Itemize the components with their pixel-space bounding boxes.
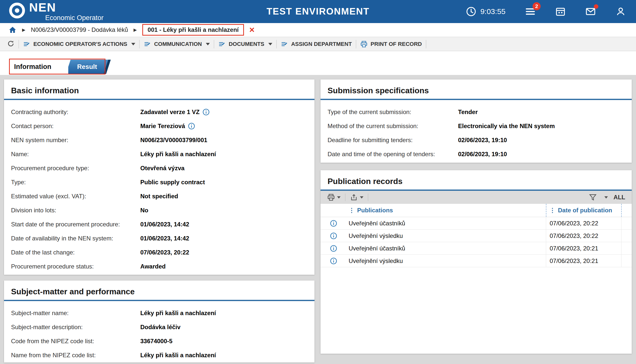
field-label: Subject-matter name: [11, 310, 140, 317]
field-value: Otevřená výzva [140, 165, 184, 172]
brand-name: NEN [29, 2, 104, 14]
chevron-down-icon [206, 43, 210, 45]
table-row[interactable]: Uveřejnění účastníků 07/06/2023, 20:21 [321, 242, 632, 255]
actions-list-icon [23, 40, 30, 48]
calendar-button[interactable] [555, 6, 566, 17]
table-row[interactable]: Uveřejnění účastníků 07/06/2023, 20:22 [321, 217, 632, 230]
printer-icon[interactable] [327, 193, 335, 201]
breadcrumb-separator-icon: ▶ [22, 27, 25, 33]
communication-button[interactable]: COMMUNICATION [144, 40, 210, 48]
info-icon[interactable] [330, 257, 337, 264]
info-row: Procurement procedure status: Awarded [11, 259, 307, 274]
date-cell: 07/06/2023, 20:21 [546, 255, 621, 267]
row-spacer [621, 242, 632, 254]
publication-cell: Uveřejnění účastníků [349, 245, 546, 252]
info-icon[interactable] [188, 123, 195, 130]
field-label: Start date of the procurement procedure: [11, 221, 140, 228]
chevron-down-icon[interactable] [337, 196, 341, 199]
app-header: NEN Economic Operator TEST ENVIRONMENT 9… [0, 0, 636, 23]
actions-list-icon [281, 40, 288, 48]
column-menu-icon[interactable]: ⋮ [349, 207, 355, 214]
column-header-label: Publications [357, 207, 393, 214]
chevron-down-icon[interactable] [604, 196, 608, 199]
field-label: NEN system number: [11, 137, 140, 144]
field-value: 07/06/2023, 20:22 [140, 249, 189, 256]
breadcrumb-item-current[interactable]: 001 - Léky při kašli a nachlazení [142, 24, 244, 36]
info-row: Contracting authority: Zadavatel verze 1… [11, 105, 307, 119]
printer-icon [360, 40, 368, 48]
profile-button[interactable] [615, 6, 626, 17]
chevron-down-icon [131, 43, 135, 45]
field-value: 01/06/2023, 14:42 [140, 235, 189, 242]
field-label: Type: [11, 179, 140, 186]
field-value: 02/06/2023, 19:10 [458, 151, 507, 158]
refresh-button[interactable] [7, 40, 15, 48]
field-label: Method of the current submission: [328, 123, 458, 130]
field-label: Contracting authority: [11, 109, 140, 116]
tab-result-label: Result [68, 60, 106, 74]
tab-result[interactable]: Result [66, 60, 108, 74]
table-row[interactable]: Uveřejnění výsledku 07/06/2023, 20:21 [321, 255, 632, 267]
field-label: Estimated value (excl. VAT): [11, 193, 140, 200]
info-icon[interactable] [330, 232, 337, 239]
info-icon[interactable] [330, 245, 337, 252]
filter-icon[interactable] [589, 193, 597, 201]
date-cell: 07/06/2023, 20:21 [546, 242, 621, 254]
filter-all-button[interactable]: ALL [613, 194, 625, 201]
tab-information[interactable]: Information [10, 60, 68, 74]
field-label: Contact person: [11, 123, 140, 130]
panel-title: Subject-matter and performance [4, 281, 314, 300]
time-text: 9:03:55 [480, 7, 505, 16]
breadcrumb: ▶ N006/23/V00003799 - Dodávka léků ▶ 001… [0, 23, 636, 37]
info-icon[interactable] [330, 220, 337, 227]
field-label: Division into lots: [11, 207, 140, 214]
field-value: Electronically via the NEN system [458, 123, 555, 130]
toolbar-divider [276, 40, 277, 48]
mail-alert-dot [594, 4, 598, 9]
field-value: Léky při kašli a nachlazení [140, 151, 216, 158]
field-label: Name: [11, 151, 140, 158]
column-menu-icon[interactable]: ⋮ [549, 207, 555, 214]
field-label: Procurement procedure status: [11, 263, 140, 270]
table-row[interactable]: Uveřejnění výsledku 07/06/2023, 20:22 [321, 230, 632, 242]
refresh-icon [7, 40, 15, 47]
column-header-date[interactable]: ⋮ Date of publication [546, 204, 621, 217]
info-row: Start date of the procurement procedure:… [11, 217, 307, 231]
nen-logo-icon [9, 3, 25, 19]
documents-button[interactable]: DOCUMENTS [218, 40, 272, 48]
field-label: Code from the NIPEZ code list: [11, 338, 140, 345]
export-icon[interactable] [350, 193, 358, 201]
info-row: Date and time of the opening of tenders:… [328, 147, 625, 161]
info-row: Type of the current submission: Tender [328, 105, 625, 119]
mail-button[interactable] [585, 6, 596, 17]
chevron-down-icon[interactable] [360, 196, 363, 199]
field-label: Subject-matter description: [11, 324, 140, 331]
info-row: Contact person: Marie Tereziová [11, 119, 307, 133]
economic-operators-actions-button[interactable]: ECONOMIC OPERATOR'S ACTIONS [23, 40, 135, 48]
basic-information-panel: Basic information Contracting authority:… [4, 79, 314, 275]
field-value: Not specified [140, 193, 178, 200]
info-row: Date of the last change: 07/06/2023, 20:… [11, 245, 307, 259]
column-header-publications[interactable]: ⋮ Publications [321, 207, 546, 214]
publication-records-panel: Publication records ALL [321, 170, 632, 354]
row-spacer [621, 230, 632, 242]
close-tab-icon[interactable]: ✕ [249, 26, 255, 34]
home-icon[interactable] [9, 26, 17, 34]
field-value: N006/23/V00003799/001 [140, 137, 207, 144]
panel-title: Basic information [4, 79, 314, 99]
info-row: Subject-matter name: Léky při kašli a na… [11, 306, 307, 320]
clock-icon [466, 6, 476, 17]
assign-department-button[interactable]: ASSIGN DEPARTMENT [281, 40, 352, 48]
publication-cell: Uveřejnění výsledku [349, 232, 546, 239]
toolbar-button-label: PRINT OF RECORD [371, 41, 422, 47]
content-area: Basic information Contracting authority:… [0, 75, 636, 364]
info-icon[interactable] [203, 109, 210, 116]
toolbar-button-label: COMMUNICATION [154, 41, 202, 47]
print-of-record-button[interactable]: PRINT OF RECORD [360, 40, 422, 48]
info-row: Date of availability in the NEN system: … [11, 231, 307, 245]
field-value: Dodávka léčiv [140, 324, 180, 331]
menu-button[interactable]: 2 [525, 6, 536, 17]
nen-logo[interactable]: NEN Economic Operator [9, 2, 104, 22]
breadcrumb-item-procedure[interactable]: N006/23/V00003799 - Dodávka léků [31, 26, 128, 33]
toolbar-button-label: DOCUMENTS [229, 41, 264, 47]
